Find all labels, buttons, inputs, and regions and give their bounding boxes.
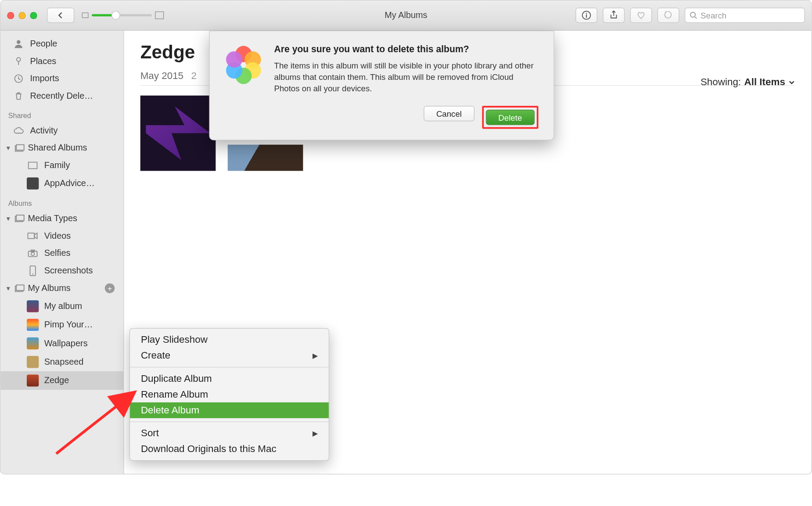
sidebar-item-imports[interactable]: Imports [0, 70, 123, 87]
context-menu-item-label: Create [141, 350, 170, 361]
share-button[interactable] [603, 7, 625, 23]
sidebar-item-pimp-your[interactable]: Pimp Your… [0, 316, 123, 334]
trash-icon [13, 91, 25, 102]
sidebar-item-places[interactable]: Places [0, 52, 123, 70]
clock-icon [13, 73, 25, 84]
context-menu-item-label: Download Originals to this Mac [141, 443, 277, 455]
sidebar-item-shared-albums[interactable]: ▼ Shared Albums [0, 139, 123, 157]
sidebar-item-videos[interactable]: Videos [0, 227, 123, 245]
sidebar-item-label: Zedge [44, 376, 117, 385]
sidebar-item-label: Wallpapers [44, 338, 117, 348]
sidebar-item-label: People [30, 39, 117, 48]
context-menu-rename-album[interactable]: Rename Album [130, 387, 329, 402]
album-thumb-icon [27, 300, 39, 312]
svg-rect-10 [16, 145, 24, 150]
sidebar-item-label: My Albums [28, 284, 102, 293]
rotate-button[interactable] [658, 7, 679, 23]
sidebar-item-wallpapers[interactable]: Wallpapers [0, 334, 123, 352]
album-count: 2 [191, 70, 196, 82]
context-menu-play-slideshow[interactable]: Play Slideshow [130, 332, 329, 348]
add-album-button[interactable]: + [105, 284, 115, 293]
sidebar-item-activity[interactable]: Activity [0, 122, 123, 139]
search-icon [690, 11, 697, 19]
window-title: My Albums [384, 11, 427, 20]
context-menu-separator [130, 421, 329, 422]
share-icon [609, 11, 618, 20]
zoom-thumb[interactable] [111, 11, 120, 20]
sidebar-item-recently-deleted[interactable]: Recently Dele… [0, 87, 123, 105]
sidebar-item-my-albums[interactable]: ▼ My Albums + [0, 280, 123, 297]
search-placeholder: Search [701, 11, 726, 20]
sidebar-item-snapseed[interactable]: Snapseed [0, 353, 123, 371]
delete-button[interactable]: Delete [486, 110, 535, 125]
phone-icon [27, 266, 39, 276]
sidebar-item-label: AppAdvice… [44, 179, 117, 188]
context-menu-separator [130, 367, 329, 367]
zoom-slider[interactable] [82, 11, 164, 19]
annotation-highlight: Delete [482, 106, 539, 129]
context-menu-sort[interactable]: Sort▶ [130, 425, 329, 441]
context-menu-duplicate-album[interactable]: Duplicate Album [130, 371, 329, 387]
cloud-icon [13, 125, 25, 136]
sidebar-item-my-album[interactable]: My album [0, 297, 123, 316]
sidebar-item-media-types[interactable]: ▼ Media Types [0, 210, 123, 227]
info-button[interactable] [575, 7, 597, 23]
context-menu-item-label: Delete Album [141, 405, 199, 416]
photo-thumbnail[interactable] [140, 96, 216, 171]
delete-album-dialog: Are you sure you want to delete this alb… [209, 31, 554, 140]
showing-filter[interactable]: Showing: All Items [701, 76, 795, 88]
svg-point-3 [690, 12, 695, 17]
svg-point-16 [31, 252, 34, 255]
stack-icon [14, 213, 25, 224]
photo-thumbnail[interactable] [228, 145, 303, 171]
sidebar-item-zedge[interactable]: Zedge [0, 371, 123, 390]
sidebar-item-selfies[interactable]: Selfies [0, 244, 123, 262]
sidebar-item-label: Pimp Your… [44, 320, 117, 330]
svg-rect-11 [29, 162, 37, 169]
camera-icon [27, 248, 39, 259]
showing-label: Showing: [701, 76, 741, 88]
person-icon [13, 38, 25, 49]
context-menu-delete-album[interactable]: Delete Album [130, 402, 329, 418]
cancel-button[interactable]: Cancel [424, 106, 474, 121]
sidebar: People Places Imports Recently Dele… Sha… [0, 31, 124, 474]
context-menu-download-originals[interactable]: Download Originals to this Mac [130, 441, 329, 457]
photos-app-icon [225, 47, 262, 84]
window-controls [7, 12, 37, 19]
svg-rect-2 [586, 14, 587, 18]
fullscreen-window-button[interactable] [30, 12, 37, 19]
chevron-down-icon [788, 79, 795, 86]
context-menu-item-label: Rename Album [141, 389, 208, 400]
stack-icon [14, 143, 25, 154]
back-button[interactable] [47, 7, 74, 23]
sidebar-item-label: Shared Albums [28, 143, 117, 153]
svg-point-19 [32, 273, 33, 274]
svg-point-6 [17, 57, 21, 61]
sidebar-item-label: Media Types [28, 213, 117, 223]
sidebar-item-label: Screenshots [44, 266, 117, 276]
sidebar-item-people[interactable]: People [0, 35, 123, 53]
sidebar-item-screenshots[interactable]: Screenshots [0, 262, 123, 280]
button-label: Delete [498, 113, 522, 122]
chevron-down-icon: ▼ [5, 145, 11, 151]
sidebar-section-shared: Shared [0, 105, 123, 122]
sidebar-item-label: My album [44, 301, 117, 311]
chevron-down-icon: ▼ [5, 215, 11, 222]
zoom-track[interactable] [92, 14, 152, 16]
rotate-icon [663, 11, 673, 20]
toolbar: My Albums Search [0, 0, 811, 30]
minimize-window-button[interactable] [18, 12, 25, 19]
close-window-button[interactable] [7, 12, 14, 19]
context-menu-item-label: Sort [141, 427, 159, 439]
context-menu-create[interactable]: Create▶ [130, 348, 329, 363]
sidebar-item-label: Recently Dele… [30, 91, 117, 101]
svg-point-1 [586, 13, 587, 14]
favorite-button[interactable] [630, 7, 652, 23]
sidebar-item-family[interactable]: Family [0, 157, 123, 174]
context-menu-item-label: Play Slideshow [141, 334, 208, 345]
svg-point-5 [17, 40, 21, 44]
button-label: Cancel [436, 109, 462, 118]
search-input[interactable]: Search [685, 7, 805, 23]
chevron-left-icon [57, 11, 64, 19]
sidebar-item-appadvice[interactable]: AppAdvice… [0, 174, 123, 193]
